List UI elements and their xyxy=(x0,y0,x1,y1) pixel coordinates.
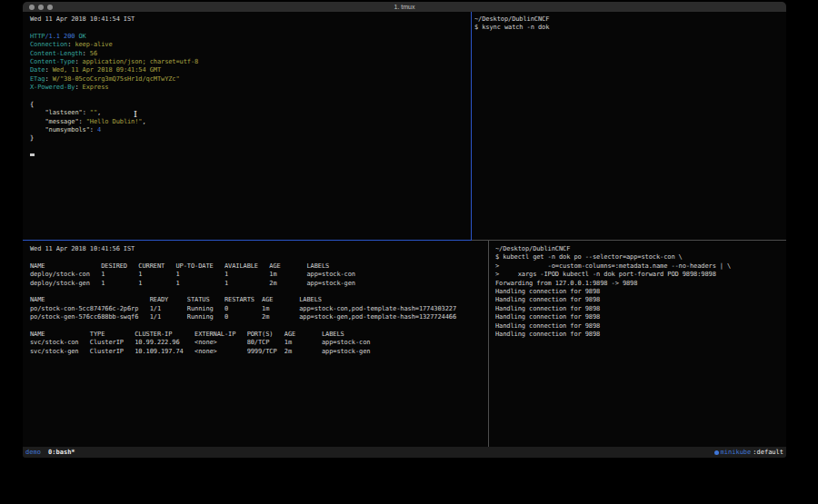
session-name: demo xyxy=(25,449,41,456)
desktop-background: 1. tmux Wed 11 Apr 2018 10:41:54 IST HTT… xyxy=(0,0,818,504)
tmux-status-bar: demo 0:bash* minikube :default xyxy=(23,447,786,458)
status-left: demo 0:bash* xyxy=(25,449,75,456)
kubectl-get-output: Wed 11 Apr 2018 10:41:56 IST NAME DESIRE… xyxy=(23,241,488,356)
kube-context: minikube xyxy=(721,449,752,456)
port-forward-output: ~/Desktop/DublinCNCF$ kubectl get -n dok… xyxy=(489,241,786,339)
close-button[interactable] xyxy=(29,5,35,10)
kube-status: minikube :default xyxy=(714,449,783,456)
window-titlebar[interactable]: 1. tmux xyxy=(23,2,786,12)
zoom-button[interactable] xyxy=(47,5,53,10)
window-controls xyxy=(29,5,53,10)
http-response-output: Wed 11 Apr 2018 10:41:54 IST HTTP/1.1 20… xyxy=(23,12,471,143)
terminal-cursor xyxy=(30,153,35,156)
minimize-button[interactable] xyxy=(38,5,44,10)
pane-border-vertical-bottom[interactable] xyxy=(488,241,489,447)
terminal-pane-port-forward[interactable]: ~/Desktop/DublinCNCF$ kubectl get -n dok… xyxy=(489,241,786,447)
kube-namespace: :default xyxy=(753,449,783,456)
window-title: 1. tmux xyxy=(23,2,786,12)
kubernetes-icon xyxy=(714,450,719,455)
pane-border-horizontal-left[interactable] xyxy=(23,240,472,241)
pane-border-horizontal-right[interactable] xyxy=(472,240,786,241)
ksync-output: ~/Desktop/DublinCNCF$ ksync watch -n dok xyxy=(472,12,786,33)
terminal-pane-ksync[interactable]: ~/Desktop/DublinCNCF$ ksync watch -n dok xyxy=(472,12,786,240)
terminal-pane-kubectl-get[interactable]: Wed 11 Apr 2018 10:41:56 IST NAME DESIRE… xyxy=(23,241,488,447)
terminal-window: 1. tmux Wed 11 Apr 2018 10:41:54 IST HTT… xyxy=(23,2,786,458)
window-list-item[interactable]: 0:bash* xyxy=(48,449,75,456)
pane-border-vertical-top[interactable] xyxy=(471,12,472,240)
terminal-pane-http-response[interactable]: Wed 11 Apr 2018 10:41:54 IST HTTP/1.1 20… xyxy=(23,12,471,240)
